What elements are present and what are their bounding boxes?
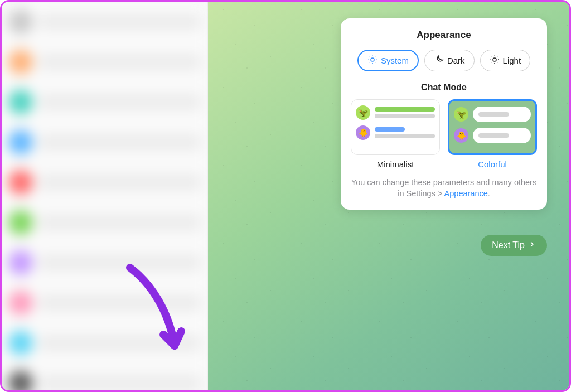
theme-system-button[interactable]: System (357, 50, 419, 71)
chevron-right-icon (528, 240, 536, 250)
theme-label: System (381, 56, 409, 65)
mode-label: Colorful (448, 159, 537, 169)
appearance-card: Appearance System Dark (341, 18, 547, 210)
mode-colorful-button[interactable]: 🦖 🐥 Colorful (448, 99, 537, 169)
chat-mode-title: Chat Mode (351, 83, 537, 93)
card-title: Appearance (351, 30, 537, 41)
theme-label: Dark (447, 56, 465, 65)
chat-item[interactable] (2, 122, 207, 162)
chat-item[interactable] (2, 363, 207, 392)
chat-item[interactable] (2, 2, 207, 42)
card-footer-text: You can change these parameters and many… (351, 177, 537, 200)
system-icon (367, 55, 378, 66)
colorful-preview: 🦖 🐥 (448, 99, 537, 155)
chat-item[interactable] (2, 82, 207, 122)
mode-label: Minimalist (351, 159, 440, 169)
theme-light-button[interactable]: Light (480, 50, 531, 71)
chat-item[interactable] (2, 202, 207, 243)
chat-item[interactable] (2, 243, 207, 283)
theme-label: Light (503, 56, 521, 65)
footer-suffix: . (488, 189, 490, 198)
minimalist-preview: 🦖 🐥 (351, 99, 440, 155)
chat-item[interactable] (2, 323, 207, 363)
chat-mode-options: 🦖 🐥 Minimalist 🦖 🐥 Colorful (351, 99, 537, 169)
main-panel: Appearance System Dark (208, 2, 569, 390)
appearance-link[interactable]: Appearance (444, 189, 488, 198)
sun-icon (490, 55, 500, 66)
moon-icon (434, 55, 444, 66)
svg-point-2 (493, 58, 496, 61)
theme-options: System Dark Light (351, 50, 537, 71)
theme-dark-button[interactable]: Dark (424, 50, 475, 71)
next-tip-button[interactable]: Next Tip (481, 235, 547, 256)
chat-item[interactable] (2, 162, 207, 202)
chat-item[interactable] (2, 283, 207, 323)
svg-point-1 (371, 58, 374, 61)
mode-minimalist-button[interactable]: 🦖 🐥 Minimalist (351, 99, 440, 169)
sidebar: 16 (2, 2, 208, 390)
chat-item[interactable] (2, 42, 207, 82)
next-tip-label: Next Tip (492, 240, 525, 250)
chat-list[interactable] (2, 2, 207, 392)
